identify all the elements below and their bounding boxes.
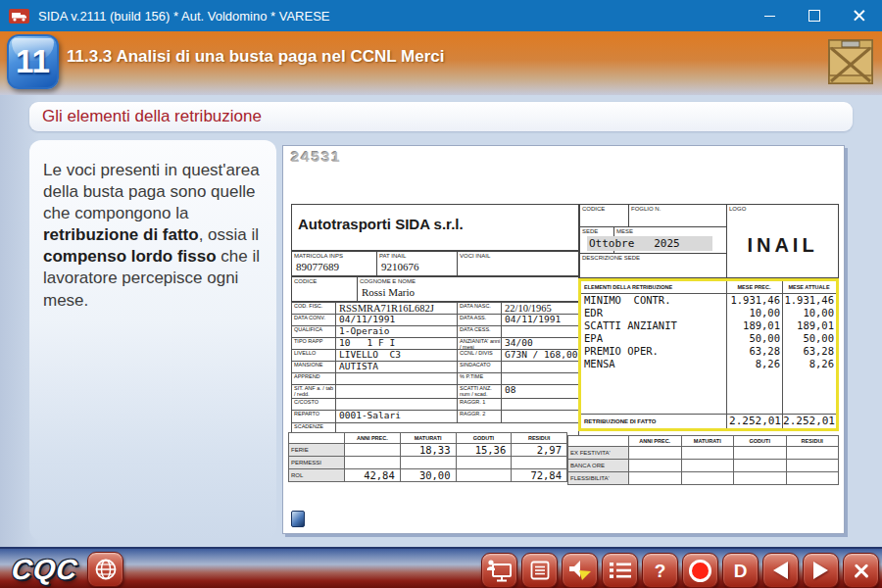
foglio-label: FOGLIO N. [629,205,726,213]
retribuzione-header: ELEMENTI DELLA RETRIBUZIONE MESE PREC. M… [581,281,836,294]
retribuzione-row: EPA50,0050,00 [581,332,836,345]
table-row: C/COSTO RAGGR. 1 [292,399,578,411]
arrow-right-icon [813,562,828,579]
letter-d-icon: D [734,562,748,580]
footer-buttons: ? D [481,553,879,588]
close-icon [853,562,870,579]
table-row: APPREND % P.TIME [292,373,578,385]
titlebar: SIDA v.2111 (build 156) * Aut. Voldomino… [0,0,882,31]
logo-label: LOGO [727,205,838,213]
help-button[interactable]: ? [642,553,678,588]
table-row: SIT. ANF a. / tab / redd. SCATTI ANZ. nu… [292,385,578,399]
section-title: Gli elementi della retribuzione [42,107,262,126]
lesson-header: 11 11.3.3 Analisi di una busta paga nel … [0,31,882,95]
retribuzione-total-row: RETRIBUZIONE DI FATTO 2.252,01 2.252,01 [581,414,836,428]
footer-toolbar: CQC [0,547,882,588]
screen-person-icon [486,559,514,583]
pat-inail-value: 9210676 [377,260,457,272]
index-button[interactable] [602,553,638,588]
lesson-title: 11.3.3 Analisi di una busta paga nel CCN… [67,47,444,67]
previous-button[interactable] [762,553,799,588]
minimize-button[interactable] [747,0,792,31]
record-icon [689,560,711,582]
company-box: Autotrasporti SIDA s.r.l. [291,204,579,251]
table-row: MANSIONEAUTISTA SINDACATO [292,362,578,373]
dictionary-button[interactable]: D [722,553,759,588]
retribuzione-row: MENSA8,268,26 [581,358,836,370]
arrow-left-icon [773,562,788,579]
leave-table-right: ANNI PREC. MATURATI GODUTI RESIDUI EX FE… [567,435,839,485]
inail-logo: INAIL [727,234,838,257]
matricola-row: MATRICOLA INPS89077689 PAT INAIL9210676 … [291,251,579,276]
sede-label: SEDE [580,227,613,235]
table-row: QUALIFICA1-Operaio DATA CESS. [292,326,578,338]
document-icon [529,560,551,581]
table-row: EX FESTIVITA' [568,447,838,460]
crate-icon [828,37,873,86]
screen-share-button[interactable] [481,553,517,588]
mini-document-icon [291,511,305,527]
table-row: TIPO RAPP10 1 F I ANZIANITA' anni / mesi… [292,338,578,350]
table-row: REPARTO0001-Salari RAGGR. 2 [292,411,578,423]
retribuzione-row: SCATTI ANZIANIT189,01189,01 [581,319,836,332]
list-icon [609,561,632,580]
exit-button[interactable] [843,553,879,588]
matricola-value: 89077689 [292,260,376,272]
table-row: PERMESSI [289,457,566,469]
mese-value: Ottobre 2025 [587,236,712,251]
app-window: SIDA v.2111 (build 156) * Aut. Voldomino… [0,0,882,588]
table-header-row: ANNI PREC. MATURATI GODUTI RESIDUI [289,433,566,444]
truck-icon [9,9,29,24]
table-row: FLESSIBILITA' [568,472,838,485]
table-row: ROL 42,84 30,00 72,84 [289,469,566,482]
retribuzione-row: MINIMO CONTR.1.931,461.931,46 [581,294,836,307]
company-name: Autotrasporti SIDA s.r.l. [298,216,578,232]
descrizione-sede-label: DESCRIZIONE SEDE [580,254,726,262]
notes-button[interactable] [521,553,558,588]
globe-button[interactable] [87,552,123,587]
section-header: Gli elementi della retribuzione [29,102,853,131]
employee-name: Rossi Mario [358,285,578,298]
table-header-row: ANNI PREC. MATURATI GODUTI RESIDUI [568,436,838,447]
table-row: FERIE 18,33 15,36 2,97 [289,444,566,457]
audio-button[interactable] [562,553,598,588]
payslip-image: 24531 Autotrasporti SIDA s.r.l. CODICE F… [282,145,845,534]
question-mark-icon: ? [655,562,666,580]
sheet-number: 24531 [291,148,342,165]
chapter-badge: 11 [7,34,59,89]
close-window-button[interactable] [837,0,882,31]
note-panel: Le voci presenti in quest'area della bus… [29,140,276,540]
maximize-button[interactable] [792,0,837,31]
codice-label: CODICE [580,205,628,213]
retribuzione-highlight-box: ELEMENTI DELLA RETRIBUZIONE MESE PREC. M… [578,278,839,431]
record-button[interactable] [682,553,718,588]
table-row: COD. FISC.RSSMRA71R16L682J DATA NASC.22/… [292,303,578,315]
speaker-icon [567,559,593,582]
employee-row: CODICE COGNOME E NOMERossi Mario [291,276,579,302]
retribuzione-row: PREMIO OPER.63,2863,28 [581,345,836,358]
mese-label: MESE [614,227,726,235]
content-area: Gli elementi della retribuzione Le voci … [0,95,882,547]
chapter-number: 11 [16,43,50,80]
detail-table: COD. FISC.RSSMRA71R16L682J DATA NASC.22/… [291,302,579,436]
table-row: BANCA ORE [568,460,838,472]
globe-icon [93,557,119,582]
retribuzione-row: EDR10,0010,00 [581,307,836,319]
cqc-logo: CQC [10,554,79,586]
next-button[interactable] [803,553,839,588]
leave-table-left: ANNI PREC. MATURATI GODUTI RESIDUI FERIE… [288,432,567,482]
table-row: LIVELLOLIVELLO C3 CCNL / DIVISG73N / 168… [292,350,578,362]
table-row: DATA CONV.04/11/1991 DATA ASS.04/11/1991 [292,315,578,326]
payslip-head-right: CODICE FOGLIO N. SEDE MESE Ottobre 2025 … [579,204,839,278]
note-text: Le voci presenti in quest'area della bus… [43,160,264,312]
window-title: SIDA v.2111 (build 156) * Aut. Voldomino… [38,9,747,24]
